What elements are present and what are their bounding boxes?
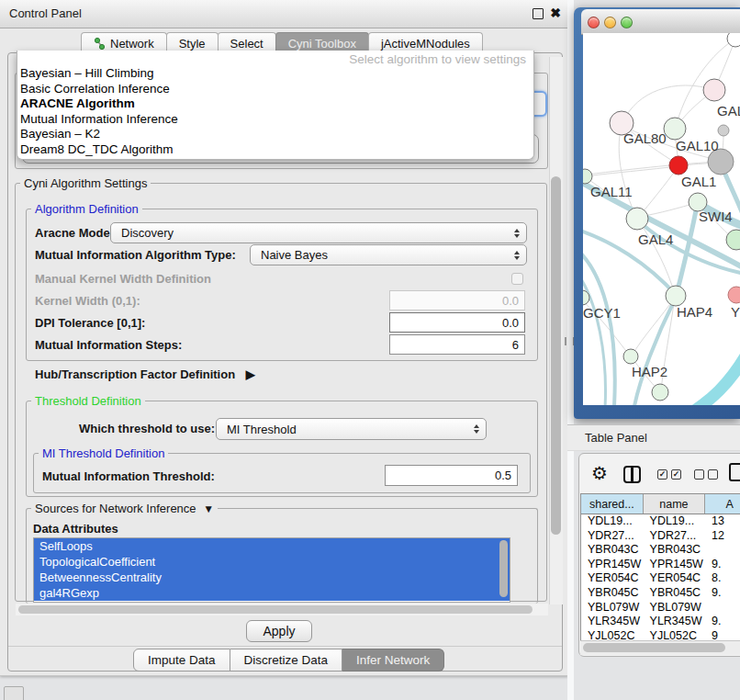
attribute-list-item[interactable]: SelfLoops [34, 538, 510, 554]
table-cell: 9. [705, 586, 740, 601]
attribute-list-item[interactable]: TopologicalCoefficient [34, 554, 510, 570]
file-icon[interactable] [729, 463, 740, 481]
mi-algorithm-type-select[interactable]: Naive Bayes [250, 244, 527, 265]
tab-impute-data[interactable]: Impute Data [133, 649, 230, 672]
data-attributes-label: Data Attributes [33, 522, 118, 536]
table-cell [705, 543, 740, 558]
stepper-arrows-icon [514, 251, 520, 260]
mi-threshold-input[interactable]: 0.5 [385, 465, 518, 486]
tab-infer-network[interactable]: Infer Network [342, 649, 444, 672]
table-row[interactable]: YER054CYER054C8. [581, 571, 740, 586]
dpi-tolerance-input[interactable]: 0.0 [389, 312, 525, 333]
attribute-list-item[interactable]: BetweennessCentrality [34, 570, 510, 585]
algorithm-option[interactable]: Dream8 DC_TDC Algorithm [20, 142, 531, 158]
table-cell: YBR043C [581, 543, 644, 558]
kernel-width-value: 0.0 [502, 294, 519, 308]
network-node-GAL1[interactable] [669, 156, 688, 175]
algorithm-option[interactable]: Bayesian – Hill Climbing [20, 66, 531, 82]
aracne-mode-value: Discovery [121, 226, 174, 240]
aracne-mode-select[interactable]: Discovery [110, 222, 527, 243]
table-row[interactable]: YDL19...YDL19...13 [581, 514, 740, 529]
select-all-checks-icon[interactable]: ✓ ✓ [657, 469, 681, 480]
close-window-icon[interactable]: ✖ [550, 6, 561, 20]
network-node-HAP4[interactable] [666, 286, 686, 306]
network-node-label: GCY1 [583, 305, 621, 321]
network-node-label: GAL11 [590, 184, 633, 199]
cyni-algorithm-settings-title: Cyni Algorithm Settings [20, 176, 151, 190]
network-node-HAP2[interactable] [623, 349, 638, 364]
aracne-mode-label: Aracne Mode: [35, 226, 114, 240]
column-header-A[interactable]: A [705, 494, 740, 514]
network-node-GAL10[interactable] [664, 118, 686, 140]
close-traffic-light-icon[interactable] [588, 17, 600, 28]
algorithm-dropdown: Select algorithm to view settings Bayesi… [17, 51, 534, 160]
columns-icon[interactable] [623, 466, 641, 483]
algorithm-option[interactable]: Mutual Information Inference [20, 112, 531, 128]
deselect-all-checks-icon[interactable] [694, 469, 718, 480]
manual-kernel-width-checkbox[interactable] [511, 273, 523, 285]
sources-title[interactable]: Sources for Network Inference ▼ [31, 502, 218, 515]
mi-algorithm-type-value: Naive Bayes [261, 248, 328, 262]
table-cell: YPR145W [644, 558, 706, 572]
table-row[interactable]: YBR045CYBR045C9. [581, 586, 740, 601]
table-rows: YDL19...YDL19...13YDR27...YDR27...12YBR0… [581, 514, 740, 642]
mi-steps-input[interactable]: 6 [389, 334, 525, 355]
table-panel-titlebar: Table Panel [567, 424, 740, 451]
table-row[interactable]: YBR043CYBR043C [581, 543, 740, 558]
which-threshold-select[interactable]: MI Threshold [216, 418, 487, 440]
mi-steps-value: 6 [512, 338, 519, 352]
threshold-definition-title: Threshold Definition [31, 394, 145, 408]
network-node-node-salmon[interactable] [728, 287, 740, 303]
hub-section-toggle[interactable]: Hub/Transcription Factor Definition ▶ [35, 367, 255, 381]
network-edge[interactable] [587, 166, 678, 176]
algorithm-option[interactable]: Bayesian – K2 [20, 127, 531, 142]
network-node-node-top[interactable] [727, 33, 740, 47]
algorithm-option[interactable]: Basic Correlation Inference [20, 82, 531, 97]
split-pane-gutter [567, 0, 574, 700]
column-header-name[interactable]: name [644, 494, 706, 514]
zoom-traffic-light-icon[interactable] [621, 17, 633, 28]
mi-threshold-value: 0.5 [495, 469, 511, 482]
network-node-small-gray[interactable] [718, 125, 729, 136]
algorithm-option[interactable]: ARACNE Algorithm [20, 96, 531, 112]
table-row[interactable]: YPR145WYPR145W9. [581, 558, 740, 572]
mi-steps-label: Mutual Information Steps: [35, 338, 182, 352]
network-node-node-bottom[interactable] [652, 384, 668, 401]
table-horizontal-scrollbar-thumb[interactable] [583, 643, 725, 652]
table-row[interactable]: YBL079WYBL079W [581, 601, 740, 615]
kernel-width-input[interactable]: 0.0 [389, 290, 525, 310]
table-row[interactable]: YLR345WYLR345W9. [581, 615, 740, 629]
column-header-shared[interactable]: shared... [581, 494, 644, 514]
network-canvas[interactable]: GALGAL80GAL10GAL1GAL11SWI4GAL4GCY1HAP4YH… [583, 33, 740, 405]
tab-discretize-data[interactable]: Discretize Data [230, 649, 343, 672]
network-node-node-pink-top[interactable] [703, 79, 725, 101]
apply-button[interactable]: Apply [246, 620, 312, 642]
network-edge[interactable] [623, 85, 714, 121]
stepper-arrows-icon [514, 229, 520, 238]
table-cell: 8. [705, 571, 740, 586]
minimized-panel-icon[interactable] [4, 686, 24, 700]
panel-vertical-scrollbar-thumb[interactable] [551, 176, 561, 535]
float-window-icon[interactable] [533, 8, 544, 19]
control-panel-titlebar: Control Panel ✖ [0, 0, 567, 28]
network-node-label: Y [731, 304, 740, 320]
attributes-list-scrollbar-thumb[interactable] [499, 540, 508, 597]
unchecked-box-icon [694, 469, 704, 480]
network-node-label: GAL10 [676, 138, 719, 153]
algorithm-definition-title: Algorithm Definition [31, 202, 142, 216]
network-node-GAL4[interactable] [626, 208, 648, 230]
minimize-traffic-light-icon[interactable] [604, 17, 616, 28]
unchecked-box-icon [708, 469, 718, 480]
table-row[interactable]: YDR27...YDR27...12 [581, 529, 740, 544]
checked-box-icon: ✓ [671, 469, 681, 480]
bottom-separator [8, 646, 562, 647]
attribute-list-item[interactable]: gal4RGexp [34, 585, 510, 601]
gear-icon[interactable]: ⚙ [591, 464, 608, 482]
network-node-node-right-green[interactable] [726, 230, 740, 250]
dpi-tolerance-label: DPI Tolerance [0,1]: [35, 316, 145, 330]
network-node-label: GAL4 [638, 231, 673, 247]
data-attributes-list[interactable]: SelfLoopsTopologicalCoefficientBetweenne… [33, 537, 510, 603]
panel-horizontal-scrollbar-thumb[interactable] [18, 605, 533, 614]
network-edge[interactable] [693, 355, 740, 405]
table-cell: YDR27... [644, 529, 706, 544]
